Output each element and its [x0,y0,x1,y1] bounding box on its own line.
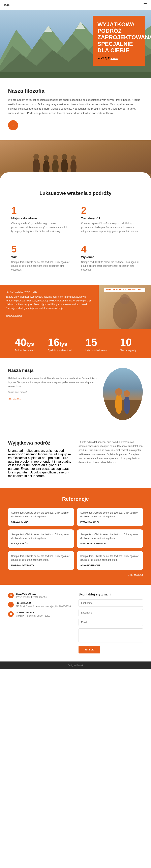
philosophy-text: We are a team of tourist specialists pas… [8,98,143,115]
logo: logo [4,3,9,6]
svg-point-12 [44,155,49,160]
unique-trip-left: Wyjątkowa podróż Ut ante ad moltet senea… [8,440,73,478]
luxury-text-2: Chcemy zapewnić komfort naszych podróżni… [81,222,140,233]
review-card-4: Sample text. Click to select the text bo… [77,529,143,548]
contact-email-field [78,619,143,626]
contact-lastname-input[interactable] [78,609,143,616]
svg-point-22 [120,294,130,304]
mission-image-wrap [103,368,143,420]
svg-rect-25 [103,400,143,420]
mission-text: Nasza misja Habitant morbi tristique sen… [8,368,97,401]
svg-point-16 [61,154,67,160]
stat-awards: 10 Nasze nagrody [120,336,136,352]
personalized-link[interactable]: Więcej z Freepik [6,314,22,317]
svg-point-13 [52,159,58,175]
mission-section: Nasza misja Habitant morbi tristique sen… [0,358,151,430]
reviewer-3: ELLA, KRAKÓW [11,542,71,545]
location-icon: 📍 [8,602,14,608]
svg-point-18 [71,155,76,160]
svg-point-27 [115,388,122,396]
luxury-number-4: 4 [81,244,140,254]
luxury-title-2: Transfery VIP [81,217,140,220]
contact-message-field [78,628,143,643]
personalized-section: PERSONALIZED VACATIONS Zanurz się w pięk… [0,285,151,330]
contact-submit-button[interactable]: WYŚLIJ [78,646,100,653]
contact-location-item: 📍 LOKALIZACJA 525 Block Street, 21 Avenu… [8,602,73,608]
hero-title: WYJĄTKOWA PODRÓŻ ZAPROJEKTOWANA SPECJALN… [97,21,140,54]
hero-title-box: WYJĄTKOWA PODRÓŻ ZAPROJEKTOWANA SPECJALN… [93,16,145,66]
unique-trip-right-text: Ut ante ad moltet senean, quis nosidud e… [78,440,143,465]
contact-message-textarea[interactable] [78,628,143,643]
unique-trip-right: Ut ante ad moltet senean, quis nosidud e… [78,440,143,478]
reviews-heading: Referencje [8,496,143,502]
contact-hours-label: GODZINY PRACY [16,611,50,614]
contact-firstname-input[interactable] [78,599,143,607]
stat-label-awards: Nasze nagrody [120,349,136,352]
personalized-text: Zanurz się w pięknych wyprawach, fascynu… [6,295,93,310]
mission-paragraph: Habitant morbi tristique senectus et. Ne… [8,376,97,389]
review-text-5: Sample text. Click to select the text bo… [11,554,71,562]
mission-img-credit: Image from Freepik [8,390,97,394]
reviewer-1: STELLA, ATENA [11,521,71,523]
reviewer-5: MORGAN GATEWAYY [11,564,71,566]
svg-point-15 [61,158,68,175]
stat-number-years: 15 [85,336,106,348]
personalized-right-label: WHAT IS YOUR VACATIONS TYPE? [99,288,151,291]
review-card-5: Sample text. Click to select the text bo… [8,551,74,569]
contact-location-value: 525 Block Street, 21 Avenua, Noury jsit,… [16,605,71,608]
personalized-image [99,285,151,329]
luxury-title-1: Miejsca docelowe [11,217,70,220]
reviews-section: Referencje Sample text. Click to select … [0,488,151,585]
svg-point-9 [33,158,40,175]
luxury-card-4: 4 Wykonać Sample text. Click to select t… [78,241,143,275]
personalized-right: WHAT IS YOUR VACATIONS TYPE? [99,285,151,330]
stat-number-fulfilled: 16tys [48,336,72,348]
luxury-card-5: 5 Wile Sample text. Click to select the … [8,241,73,275]
unique-trip-left-text: Ut ante ad moltet senean, quis nosidud e… [8,449,73,478]
review-card-3: Sample text. Click to select the text bo… [8,529,74,548]
reviewer-2: PAUL, HAMBURG [80,521,140,523]
luxury-title-4: Wykonać [81,255,140,259]
svg-point-29 [124,390,130,397]
luxury-title-5: Wile [11,255,70,259]
luxury-number-2: 2 [81,206,140,215]
stat-fulfilled: 16tys Spełniony całkowitości [48,336,72,352]
review-card-1: Sample text. Click to select the text bo… [8,508,74,526]
review-text-1: Sample text. Click to select the text bo… [11,511,71,519]
contact-hours-item: 🕐 GODZINY PRACY Monday — Saturday, 08:00… [8,611,73,618]
phone-icon: ☎ [8,593,14,598]
click-again-text: Click again Or [128,574,143,577]
contact-form: Skontaktuj się z nami WYŚLIJ [78,593,143,653]
contact-phone-label: ZADZWOŃ DO NAS [16,593,47,595]
svg-point-28 [124,396,130,414]
mission-heading: Nasza misja [8,368,97,373]
review-text-3: Sample text. Click to select the text bo… [11,533,71,540]
stat-label-clients: Zadowoleni klienci [15,349,34,352]
luxury-heading: Luksusowe wrażenia z podróży [8,190,143,196]
mission-link[interactable]: JDŹ WIĘCEJ [8,398,21,400]
review-text-2: Sample text. Click to select the text bo… [80,511,140,519]
hero-link[interactable]: Więcej z Freepik [97,56,140,60]
contact-email-input[interactable] [78,619,143,626]
mission-image [103,368,143,420]
reviewer-6: ANNA BORNHOUF [80,564,140,566]
hero-section: WYJĄTKOWA PODRÓŻ ZAPROJEKTOWANA SPECJALN… [0,10,151,78]
personalized-left: PERSONALIZED VACATIONS Zanurz się w pięk… [0,285,99,330]
svg-point-10 [33,154,39,160]
svg-point-17 [71,160,76,175]
group-photo-overlay [0,173,151,180]
group-photo [0,140,151,180]
contact-phone-value: 1(234) 567-89, 1 (234) 987-654 [16,595,47,599]
review-card-2: Sample text. Click to select the text bo… [77,508,143,526]
contact-location-label: LOKALIZACJA [16,602,71,604]
contact-lastname-field [78,609,143,616]
svg-point-14 [53,155,58,160]
luxury-grid: 1 Miejsca docelowe Chcemy wiedzieć gdzie… [8,203,143,275]
stat-number-awards: 10 [120,336,136,348]
philosophy-more-button[interactable]: + [8,120,18,130]
menu-icon[interactable]: ☰ [143,2,147,7]
contact-hours-value: Monday — Saturday, 08:00—20:00 [16,614,50,618]
luxury-section: Luksusowe wrażenia z podróży 1 Miejsca d… [0,180,151,285]
stat-label-years: Lata doświadczenia [85,349,106,352]
stat-label-fulfilled: Spełniony całkowitości [48,349,72,352]
